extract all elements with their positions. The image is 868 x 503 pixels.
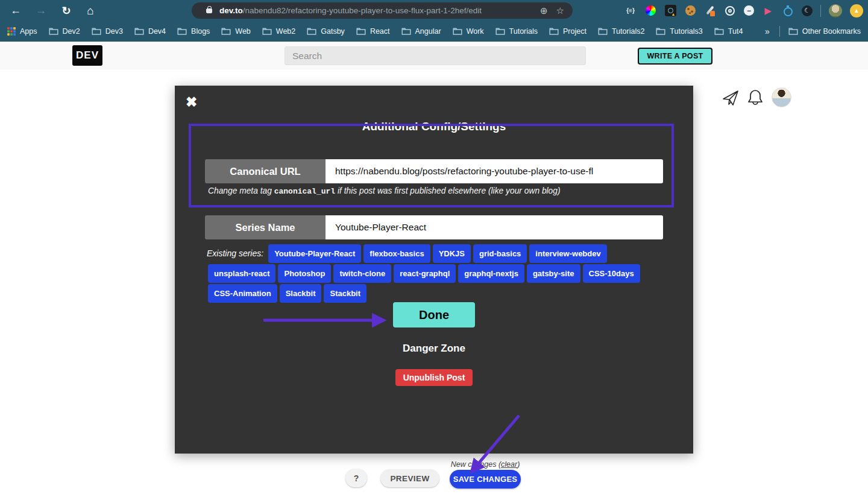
gold-upgrade-icon[interactable]: ▲ [850,4,863,17]
user-avatar[interactable] [772,87,791,107]
new-changes-status: New changes (clear) [437,460,533,469]
canonical-url-row: Canonical URL [205,159,663,183]
bookmark-label: React [370,27,390,36]
editor-pen-extension-icon[interactable] [704,5,716,17]
unpublish-post-button[interactable]: Unpublish Post [395,369,473,386]
stopwatch-extension-icon[interactable] [782,5,794,17]
bookmark-folder[interactable]: Dev2 [49,27,80,36]
bookmark-folder[interactable]: Dev4 [134,27,166,36]
folder-icon [656,27,665,36]
minus-circle-extension-icon[interactable]: − [744,5,754,16]
bookmark-folder[interactable]: Tutorials [495,27,538,36]
target-extension-icon[interactable] [724,5,736,17]
color-wheel-extension-icon[interactable] [644,5,656,17]
bookmark-label: Tutorials2 [612,27,644,36]
modal-title: Additional Config/Settings [175,120,693,133]
dev-logo[interactable]: DEV [72,45,102,66]
other-bookmarks[interactable]: Other Bookmarks [788,27,861,36]
bookmark-folder[interactable]: Web2 [262,27,295,36]
series-tag[interactable]: twitch-clone [333,264,391,283]
bookmark-apps[interactable]: Apps [7,27,37,36]
reload-icon[interactable]: ↻ [59,4,74,17]
bookmark-label: Other Bookmarks [802,27,861,36]
folder-icon [401,27,411,36]
bookmark-folder[interactable]: Project [549,27,587,36]
bookmark-star-icon[interactable]: ☆ [556,5,564,16]
bookmarks-overflow-icon[interactable]: » [765,27,770,36]
site-header: DEV WRITE A POST [0,42,868,69]
bookmark-folder[interactable]: Blogs [177,27,210,36]
folder-icon [307,27,316,36]
canonical-help-text: Change meta tag canonical_url if this po… [208,186,666,196]
bookmark-folder[interactable]: Tut4 [714,27,743,36]
series-name-input[interactable] [326,215,663,239]
done-button[interactable]: Done [393,302,475,327]
series-tag-list: Youtube-Player-Reactflexbox-basicsYDKJSg… [207,248,641,298]
braces-extension-icon[interactable]: {≡} [624,5,637,17]
bookmark-folder[interactable]: Angular [401,27,441,36]
bookmarks-divider [779,26,780,37]
folder-icon [356,27,366,36]
address-bar[interactable]: dev.to/nabendu82/refactoring-youtube-pla… [192,2,573,19]
canonical-url-input[interactable] [326,159,663,183]
paper-plane-icon[interactable] [721,88,740,107]
bookmark-label: Dev4 [148,27,166,36]
series-tag[interactable]: CSS-Animation [208,284,277,303]
series-tag[interactable]: Slackbit [280,284,322,303]
series-tag[interactable]: grid-basics [473,244,527,263]
bookmark-folder[interactable]: Dev3 [92,27,123,36]
browser-toolbar: ← → ↻ ⌂ dev.to/nabendu82/refactoring-you… [0,0,868,21]
bell-icon[interactable] [746,88,764,107]
folder-icon [221,27,231,36]
bookmark-label: Blogs [191,27,210,36]
series-tag[interactable]: Stackbit [324,284,366,303]
preview-button[interactable]: PREVIEW [380,469,439,487]
bookmark-label: Tutorials3 [670,27,702,36]
bookmark-label: Project [563,27,587,36]
bookmark-folder[interactable]: React [356,27,390,36]
series-tag[interactable]: YDKJS [433,244,471,263]
series-tag[interactable]: react-graphql [394,264,456,283]
series-tag[interactable]: unsplash-react [208,264,275,283]
search-input[interactable] [285,46,586,65]
bookmark-folder[interactable]: Gatsby [307,27,345,36]
bookmarks-bar: Apps Dev2 Dev3 Dev4 Blogs [0,21,868,42]
bookmark-folder[interactable]: Tutorials3 [656,27,702,36]
react-devtools-icon[interactable]: ▲ [664,5,676,17]
cookie-extension-icon[interactable] [684,5,696,17]
page-url: dev.to/nabendu82/refactoring-youtube-pla… [219,6,482,15]
write-post-button[interactable]: WRITE A POST [638,48,712,65]
back-icon[interactable]: ← [8,4,23,17]
dark-mode-extension-icon[interactable]: ☾ [802,5,813,16]
forward-icon[interactable]: → [34,4,48,17]
bookmark-label: Dev2 [63,27,80,36]
folder-icon [453,27,462,36]
series-name-label: Series Name [205,215,326,239]
save-changes-button[interactable]: SAVE CHANGES [450,470,521,489]
series-tag[interactable]: flexbox-basics [363,244,430,263]
bookmark-folder[interactable]: Web [221,27,250,36]
close-icon[interactable]: ✖ [186,94,197,110]
bookmark-folder[interactable]: Tutorials2 [598,27,644,36]
clear-link[interactable]: clear [501,460,517,469]
home-icon[interactable]: ⌂ [83,4,98,17]
series-tag[interactable]: graphql-nextjs [458,264,524,283]
series-tag[interactable]: gatsby-site [527,264,580,283]
series-tag[interactable]: Youtube-Player-React [268,244,361,263]
browser-profile-avatar[interactable] [829,4,842,17]
bookmark-folder-list: Dev2 Dev3 Dev4 Blogs Web [49,27,755,36]
series-tag[interactable]: interview-webdev [529,244,606,263]
bookmark-label: Angular [415,27,441,36]
folder-icon [262,27,272,36]
canonical-url-code: canonical_url [274,187,335,196]
danger-zone-title: Danger Zone [175,343,693,355]
extension-tray: {≡} ▲ − ▶ ☾ ▲ [624,0,863,21]
play-extension-icon[interactable]: ▶ [762,5,774,17]
series-tag[interactable]: CSS-10days [583,264,640,283]
help-button[interactable]: ? [345,469,367,487]
zoom-icon[interactable]: ⊕ [540,5,548,16]
series-tag[interactable]: Photoshop [278,264,331,283]
bookmark-folder[interactable]: Work [453,27,484,36]
bookmark-label: Web [235,27,250,36]
folder-icon [49,27,58,36]
